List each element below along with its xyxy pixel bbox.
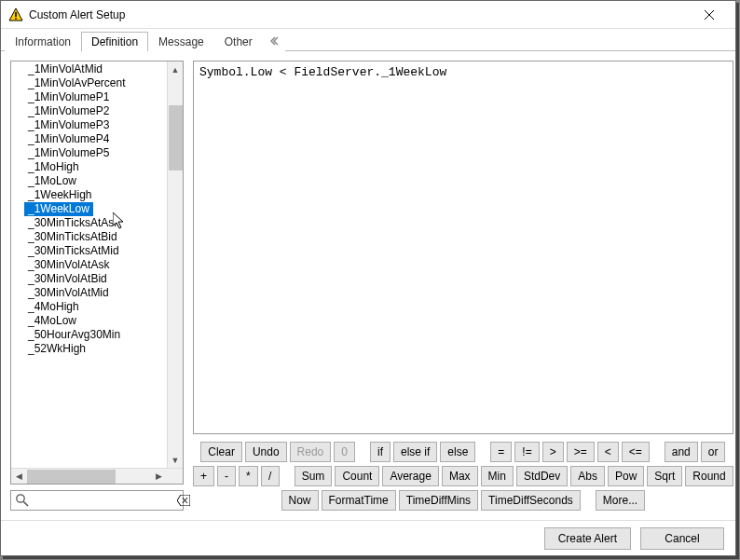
redo-button[interactable]: Redo	[290, 442, 332, 462]
round-button[interactable]: Round	[685, 466, 733, 486]
formattime-button[interactable]: FormatTime	[322, 490, 396, 511]
warning-icon	[8, 7, 23, 22]
close-button[interactable]	[691, 3, 728, 27]
field-list-item[interactable]: _4MoLow	[11, 314, 167, 328]
stddev-button[interactable]: StdDev	[516, 466, 568, 486]
scroll-down-icon[interactable]: ▼	[168, 452, 183, 468]
zero-button[interactable]: 0	[334, 442, 355, 462]
sqrt-button[interactable]: Sqrt	[647, 466, 682, 486]
or-button[interactable]: or	[701, 442, 726, 462]
eq-button[interactable]: =	[490, 442, 512, 462]
content-area: _1MinVolAtMid_1MinVolAvPercent_1MinVolum…	[1, 51, 735, 520]
search-box[interactable]	[10, 490, 184, 511]
scroll-left-icon[interactable]: ◀	[11, 469, 27, 484]
vscroll-track[interactable]	[168, 77, 183, 452]
sum-button[interactable]: Sum	[295, 466, 333, 486]
elseif-button[interactable]: else if	[393, 442, 437, 462]
field-list-item[interactable]: _30MinVolAtMid	[11, 286, 167, 300]
lt-button[interactable]: <	[597, 442, 619, 462]
field-list-item[interactable]: _1MinVolAtMid	[11, 62, 167, 76]
field-list-item[interactable]: _52WkHigh	[11, 342, 167, 356]
clear-search-icon[interactable]	[177, 493, 190, 508]
main-grid: _1MinVolAtMid_1MinVolAvPercent_1MinVolum…	[10, 61, 726, 511]
field-list-item[interactable]: _1MoLow	[11, 174, 167, 188]
scroll-corner	[167, 469, 183, 484]
tab-row: Information Definition Message Other	[1, 29, 735, 51]
field-list-hscroll[interactable]: ◀ ▶	[11, 468, 183, 484]
tab-other[interactable]: Other	[214, 32, 263, 51]
lte-button[interactable]: <=	[622, 442, 650, 462]
timediffmins-button[interactable]: TimeDiffMins	[399, 490, 478, 511]
timediffseconds-button[interactable]: TimeDiffSeconds	[481, 490, 581, 511]
field-list-item[interactable]: _1MinVolumeP2	[11, 104, 167, 118]
average-button[interactable]: Average	[382, 466, 438, 486]
scroll-up-icon[interactable]: ▲	[168, 61, 183, 77]
svg-point-5	[17, 495, 24, 502]
minus-button[interactable]: -	[217, 466, 236, 486]
field-list-item[interactable]: _50HourAvg30Min	[11, 328, 167, 342]
svg-rect-1	[15, 12, 17, 17]
plus-button[interactable]: +	[193, 466, 214, 486]
field-list-item[interactable]: _30MinVolAtAsk	[11, 258, 167, 272]
left-column: _1MinVolAtMid_1MinVolAvPercent_1MinVolum…	[10, 61, 184, 511]
toolbar-row-2: + - * / Sum Count Average Max Min StdDev…	[193, 466, 733, 486]
neq-button[interactable]: !=	[514, 442, 539, 462]
field-list-item[interactable]: _30MinTicksAtMid	[11, 244, 167, 258]
cancel-button[interactable]: Cancel	[640, 527, 724, 550]
toolbar-row-1: Clear Undo Redo 0 if else if else = != >…	[200, 442, 725, 462]
else-button[interactable]: else	[440, 442, 475, 462]
footer: Create Alert Cancel	[1, 520, 735, 555]
field-list-items[interactable]: _1MinVolAtMid_1MinVolAvPercent_1MinVolum…	[11, 61, 167, 468]
hscroll-thumb[interactable]	[27, 470, 116, 484]
field-list-item[interactable]: _1WeekHigh	[11, 188, 167, 202]
field-list-item[interactable]: _1WeekLow	[24, 202, 93, 216]
field-list-vscroll[interactable]: ▲ ▼	[167, 61, 183, 468]
field-list-item[interactable]: _30MinVolAtBid	[11, 272, 167, 286]
clear-button[interactable]: Clear	[200, 442, 242, 462]
and-button[interactable]: and	[665, 442, 698, 462]
custom-alert-setup-window: Custom Alert Setup Information Definitio…	[0, 0, 736, 556]
create-alert-button[interactable]: Create Alert	[544, 527, 631, 550]
svg-line-6	[23, 501, 28, 506]
svg-rect-2	[15, 18, 17, 20]
field-list-item[interactable]: _1MoHigh	[11, 160, 167, 174]
field-list-item[interactable]: _4MoHigh	[11, 300, 167, 314]
field-list-item[interactable]: _1MinVolumeP4	[11, 132, 167, 146]
search-icon	[15, 493, 30, 508]
gte-button[interactable]: >=	[567, 442, 595, 462]
titlebar: Custom Alert Setup	[1, 1, 735, 29]
field-list-item[interactable]: _1MinVolumeP3	[11, 118, 167, 132]
abs-button[interactable]: Abs	[570, 466, 605, 486]
div-button[interactable]: /	[261, 466, 280, 486]
expression-editor[interactable]: Symbol.Low < FieldServer._1WeekLow	[193, 61, 733, 434]
count-button[interactable]: Count	[335, 466, 379, 486]
vscroll-thumb[interactable]	[169, 105, 183, 171]
more-button[interactable]: More...	[596, 490, 645, 511]
scroll-right-icon[interactable]: ▶	[151, 469, 167, 484]
search-input[interactable]	[34, 493, 177, 508]
pow-button[interactable]: Pow	[608, 466, 644, 486]
field-list-item[interactable]: _30MinTicksAtBid	[11, 230, 167, 244]
field-list-item[interactable]: _1MinVolumeP5	[11, 146, 167, 160]
window-title: Custom Alert Setup	[29, 8, 691, 21]
toolbar: Clear Undo Redo 0 if else if else = != >…	[193, 442, 733, 511]
toolbar-row-3: Now FormatTime TimeDiffMins TimeDiffSeco…	[281, 490, 646, 511]
field-list-item[interactable]: _1MinVolumeP1	[11, 90, 167, 104]
tab-definition[interactable]: Definition	[81, 32, 148, 51]
undo-button[interactable]: Undo	[245, 442, 287, 462]
tab-overflow-icon[interactable]	[263, 31, 285, 51]
now-button[interactable]: Now	[281, 490, 319, 511]
gt-button[interactable]: >	[542, 442, 564, 462]
field-list-item[interactable]: _30MinTicksAtAsk	[11, 216, 167, 230]
right-column: Symbol.Low < FieldServer._1WeekLow Clear…	[193, 61, 733, 511]
tab-message[interactable]: Message	[148, 32, 214, 51]
tab-information[interactable]: Information	[5, 32, 81, 51]
hscroll-track[interactable]	[27, 469, 151, 484]
min-button[interactable]: Min	[481, 466, 514, 486]
max-button[interactable]: Max	[442, 466, 478, 486]
field-list-item[interactable]: _1MinVolAvPercent	[11, 76, 167, 90]
if-button[interactable]: if	[370, 442, 391, 462]
mult-button[interactable]: *	[239, 466, 258, 486]
field-list[interactable]: _1MinVolAtMid_1MinVolAvPercent_1MinVolum…	[10, 61, 184, 485]
